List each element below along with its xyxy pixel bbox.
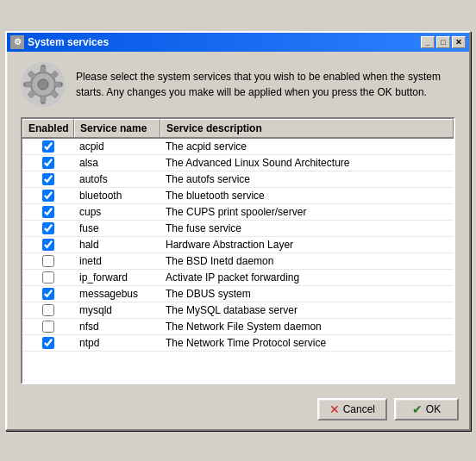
cancel-button[interactable]: ✕ Cancel	[317, 398, 387, 421]
ok-label: OK	[426, 403, 441, 415]
intro-text: Please select the system services that y…	[76, 69, 455, 100]
service-name-cell: mysqld	[74, 302, 160, 318]
ok-icon: ✔	[412, 402, 423, 416]
table-header: Enabled Service name Service description	[22, 119, 454, 139]
table-row: mysqldThe MySQL database server	[22, 302, 454, 319]
service-checkbox[interactable]	[42, 304, 54, 316]
service-desc-cell: The BSD Inetd daemon	[160, 253, 454, 269]
service-desc-cell: The autofs service	[160, 171, 454, 187]
service-name-cell: fuse	[74, 221, 160, 236]
cancel-icon: ✕	[329, 402, 340, 416]
enabled-cell	[22, 171, 74, 187]
service-checkbox[interactable]	[42, 337, 54, 349]
system-services-window: ⚙ System services _ □ ✕	[5, 31, 471, 431]
services-table: Enabled Service name Service description…	[21, 117, 455, 384]
enabled-cell	[22, 253, 74, 269]
service-checkbox[interactable]	[42, 206, 54, 218]
col-header-enabled: Enabled	[22, 119, 74, 137]
table-row: ntpdThe Network Time Protocol service	[22, 335, 454, 352]
service-checkbox[interactable]	[42, 239, 54, 251]
service-checkbox[interactable]	[42, 271, 54, 283]
bottom-bar: ✕ Cancel ✔ OK	[7, 391, 469, 429]
col-header-desc: Service description	[160, 119, 454, 137]
svg-point-2	[38, 79, 48, 90]
service-name-cell: cups	[74, 204, 160, 220]
service-desc-cell: Hardware Abstraction Layer	[160, 237, 454, 252]
enabled-cell	[22, 188, 74, 203]
table-row: haldHardware Abstraction Layer	[22, 237, 454, 253]
table-row: acpidThe acpid service	[22, 139, 454, 155]
service-checkbox[interactable]	[42, 173, 54, 185]
titlebar-controls: _ □ ✕	[421, 36, 466, 48]
service-name-cell: ip_forward	[74, 270, 160, 285]
enabled-cell	[22, 139, 74, 154]
enabled-cell	[22, 155, 74, 171]
service-checkbox[interactable]	[42, 255, 54, 267]
table-row: fuseThe fuse service	[22, 221, 454, 237]
minimize-button[interactable]: _	[421, 36, 435, 48]
svg-rect-3	[41, 66, 46, 73]
service-checkbox[interactable]	[42, 157, 54, 169]
table-row: messagebusThe DBUS system	[22, 286, 454, 302]
svg-rect-4	[41, 96, 46, 103]
service-name-cell: acpid	[74, 139, 160, 154]
enabled-cell	[22, 286, 74, 302]
content-area: Please select the system services that y…	[7, 52, 469, 391]
service-desc-cell: The CUPS print spooler/server	[160, 204, 454, 220]
ok-button[interactable]: ✔ OK	[394, 398, 459, 421]
service-desc-cell: The Network File System daemon	[160, 319, 454, 334]
intro-section: Please select the system services that y…	[21, 62, 455, 107]
service-name-cell: nfsd	[74, 319, 160, 334]
gear-icon	[21, 62, 66, 107]
titlebar-left: ⚙ System services	[10, 35, 109, 49]
svg-rect-6	[54, 82, 61, 87]
service-name-cell: autofs	[74, 171, 160, 187]
service-checkbox[interactable]	[42, 321, 54, 333]
table-row: inetdThe BSD Inetd daemon	[22, 253, 454, 270]
service-desc-cell: The bluetooth service	[160, 188, 454, 203]
table-row: nfsdThe Network File System daemon	[22, 319, 454, 335]
service-checkbox[interactable]	[42, 288, 54, 300]
service-name-cell: alsa	[74, 155, 160, 171]
service-name-cell: messagebus	[74, 286, 160, 302]
table-scroll-area[interactable]: acpidThe acpid servicealsaThe Advanced L…	[22, 139, 454, 383]
enabled-cell	[22, 237, 74, 252]
service-desc-cell: Activate IP packet forwarding	[160, 270, 454, 285]
service-desc-cell: The Network Time Protocol service	[160, 335, 454, 351]
service-desc-cell: The acpid service	[160, 139, 454, 154]
service-desc-cell: The fuse service	[160, 221, 454, 236]
enabled-cell	[22, 270, 74, 285]
enabled-cell	[22, 204, 74, 220]
service-name-cell: hald	[74, 237, 160, 252]
service-checkbox[interactable]	[42, 222, 54, 234]
col-header-name: Service name	[74, 119, 160, 137]
service-desc-cell: The Advanced Linux Sound Architecture	[160, 155, 454, 171]
table-row: alsaThe Advanced Linux Sound Architectur…	[22, 155, 454, 171]
enabled-cell	[22, 302, 74, 318]
window-icon: ⚙	[10, 35, 24, 49]
table-row: ip_forwardActivate IP packet forwarding	[22, 270, 454, 286]
maximize-button[interactable]: □	[436, 36, 450, 48]
table-row: cupsThe CUPS print spooler/server	[22, 204, 454, 221]
table-row: autofsThe autofs service	[22, 171, 454, 188]
enabled-cell	[22, 221, 74, 236]
table-row: bluetoothThe bluetooth service	[22, 188, 454, 204]
service-name-cell: bluetooth	[74, 188, 160, 203]
service-name-cell: inetd	[74, 253, 160, 269]
enabled-cell	[22, 319, 74, 334]
service-checkbox[interactable]	[42, 190, 54, 202]
service-name-cell: ntpd	[74, 335, 160, 351]
svg-rect-5	[25, 82, 32, 87]
service-desc-cell: The MySQL database server	[160, 302, 454, 318]
cancel-label: Cancel	[343, 403, 375, 415]
close-button[interactable]: ✕	[452, 36, 466, 48]
service-checkbox[interactable]	[42, 140, 54, 153]
enabled-cell	[22, 335, 74, 351]
titlebar: ⚙ System services _ □ ✕	[7, 33, 469, 52]
table-body: acpidThe acpid servicealsaThe Advanced L…	[22, 139, 454, 352]
window-title: System services	[28, 36, 109, 48]
service-desc-cell: The DBUS system	[160, 286, 454, 302]
